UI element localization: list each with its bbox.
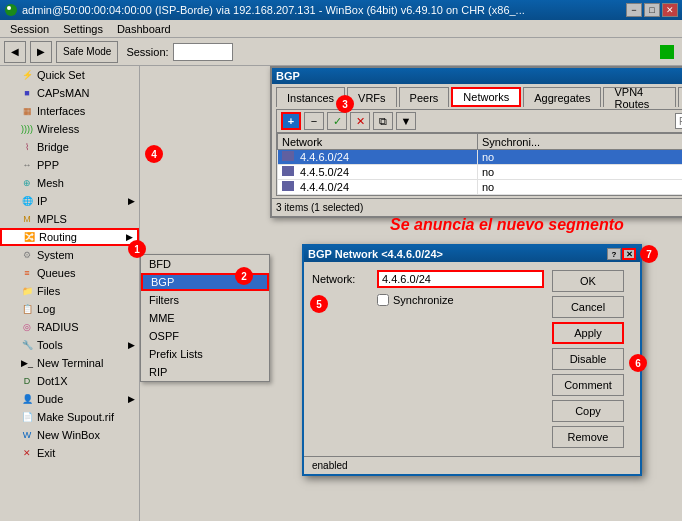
dialog-help-btn[interactable]: ? (607, 248, 621, 260)
sync-cell-2: no (478, 180, 683, 195)
sidebar-item-files[interactable]: 📁 Files (0, 282, 139, 300)
annotation-1: 1 (128, 240, 146, 258)
row-icon-0 (282, 151, 294, 161)
sidebar-label-exit: Exit (37, 447, 55, 459)
sidebar-label-routing: Routing (39, 231, 77, 243)
sidebar-item-interfaces[interactable]: ▦ Interfaces (0, 102, 139, 120)
sidebar-item-exit[interactable]: ✕ Exit (0, 444, 139, 462)
copy-table-btn[interactable]: ⧉ (373, 112, 393, 130)
submenu-item-prefix-lists[interactable]: Prefix Lists (141, 345, 269, 363)
add-btn[interactable]: + (281, 112, 301, 130)
quick-set-icon: ⚡ (20, 69, 34, 81)
disable-btn[interactable]: ✕ (350, 112, 370, 130)
search-box: ▼ (675, 113, 682, 129)
status-text: 3 items (1 selected) (276, 202, 363, 213)
sidebar-item-tools[interactable]: 🔧 Tools ▶ (0, 336, 139, 354)
remove-btn[interactable]: − (304, 112, 324, 130)
table-row[interactable]: 4.4.4.0/24 no (278, 180, 683, 195)
sidebar-item-make-supout[interactable]: 📄 Make Supout.rif (0, 408, 139, 426)
capsman-icon: ■ (20, 87, 34, 99)
content-area: BFD BGP Filters MME OSPF Prefix Lists RI… (140, 66, 682, 521)
sidebar-item-dot1x[interactable]: D Dot1X (0, 372, 139, 390)
table-area: + − ✓ ✕ ⧉ ▼ (276, 109, 682, 196)
search-input[interactable] (675, 113, 682, 129)
submenu-item-rip[interactable]: RIP (141, 363, 269, 381)
sidebar-label-ppp: PPP (37, 159, 59, 171)
sidebar-label-bridge: Bridge (37, 141, 69, 153)
forward-btn[interactable]: ▶ (30, 41, 52, 63)
enable-btn[interactable]: ✓ (327, 112, 347, 130)
bgp-status-bar: 3 items (1 selected) (272, 198, 682, 216)
menu-settings[interactable]: Settings (57, 22, 109, 36)
tab-aggregates[interactable]: Aggregates (523, 87, 601, 107)
row-icon-2 (282, 181, 294, 191)
network-label: Network: (312, 273, 377, 285)
session-input[interactable] (173, 43, 233, 61)
sidebar-item-wireless[interactable]: )))) Wireless (0, 120, 139, 138)
sidebar-item-ppp[interactable]: ↔ PPP (0, 156, 139, 174)
sidebar-label-files: Files (37, 285, 60, 297)
submenu-item-filters[interactable]: Filters (141, 291, 269, 309)
ok-btn[interactable]: OK (552, 270, 624, 292)
table-toolbar: + − ✓ ✕ ⧉ ▼ (277, 110, 682, 133)
dude-icon: 👤 (20, 393, 34, 405)
submenu-item-mme[interactable]: MME (141, 309, 269, 327)
dialog-status-bar: enabled (304, 456, 640, 474)
dialog-title: BGP Network <4.4.6.0/24> (308, 248, 606, 260)
tools-icon: 🔧 (20, 339, 34, 351)
radius-icon: ◎ (20, 321, 34, 333)
dialog-close-btn[interactable]: ✕ (622, 248, 636, 260)
add-icon: + (288, 115, 294, 127)
sidebar-item-bridge[interactable]: ⌇ Bridge (0, 138, 139, 156)
tab-networks[interactable]: Networks (451, 87, 521, 107)
network-input[interactable] (377, 270, 544, 288)
sidebar-item-log[interactable]: 📋 Log (0, 300, 139, 318)
filter-icon: ▼ (401, 115, 412, 127)
svg-point-1 (7, 6, 11, 10)
table-row[interactable]: 4.4.6.0/24 no (278, 150, 683, 165)
close-btn[interactable]: ✕ (662, 3, 678, 17)
sidebar-item-capsman[interactable]: ■ CAPsMAN (0, 84, 139, 102)
sidebar-label-make-supout: Make Supout.rif (37, 411, 114, 423)
sidebar-item-queues[interactable]: ≡ Queues (0, 264, 139, 282)
comment-btn[interactable]: Comment (552, 374, 624, 396)
remove-btn[interactable]: Remove (552, 426, 624, 448)
sidebar-item-new-terminal[interactable]: ▶_ New Terminal (0, 354, 139, 372)
filter-btn[interactable]: ▼ (396, 112, 416, 130)
annotation-6: 6 (629, 354, 647, 372)
copy-btn[interactable]: Copy (552, 400, 624, 422)
tab-instances[interactable]: Instances (276, 87, 345, 107)
annotation-3: 3 (336, 95, 354, 113)
tab-peers[interactable]: Peers (399, 87, 450, 107)
table-row[interactable]: 4.4.5.0/24 no (278, 165, 683, 180)
app-icon (4, 3, 18, 17)
window-controls: − □ ✕ (626, 3, 678, 17)
submenu-item-ospf[interactable]: OSPF (141, 327, 269, 345)
maximize-btn[interactable]: □ (644, 3, 660, 17)
synchronize-checkbox[interactable] (377, 294, 389, 306)
tab-vpn4-routes[interactable]: VPN4 Routes (603, 87, 676, 107)
safe-mode-btn[interactable]: Safe Mode (56, 41, 118, 63)
minimize-btn[interactable]: − (626, 3, 642, 17)
sidebar-item-ip[interactable]: 🌐 IP ▶ (0, 192, 139, 210)
sidebar-item-new-winbox[interactable]: W New WinBox (0, 426, 139, 444)
menu-dashboard[interactable]: Dashboard (111, 22, 177, 36)
sidebar-label-interfaces: Interfaces (37, 105, 85, 117)
menu-session[interactable]: Session (4, 22, 55, 36)
sidebar-item-system[interactable]: ⚙ System (0, 246, 139, 264)
back-btn[interactable]: ◀ (4, 41, 26, 63)
tab-advertisements[interactable]: Advertisements (678, 87, 682, 107)
sidebar-item-mpls[interactable]: M MPLS (0, 210, 139, 228)
cancel-btn[interactable]: Cancel (552, 296, 624, 318)
sidebar-item-dude[interactable]: 👤 Dude ▶ (0, 390, 139, 408)
apply-btn[interactable]: Apply (552, 322, 624, 344)
sidebar-item-mesh[interactable]: ⊕ Mesh (0, 174, 139, 192)
mesh-icon: ⊕ (20, 177, 34, 189)
sidebar-label-wireless: Wireless (37, 123, 79, 135)
sidebar-item-quick-set[interactable]: ⚡ Quick Set (0, 66, 139, 84)
disable-btn[interactable]: Disable (552, 348, 624, 370)
sidebar-item-radius[interactable]: ◎ RADIUS (0, 318, 139, 336)
sidebar-item-routing[interactable]: 🔀 Routing ▶ (0, 228, 139, 246)
tab-vrfs[interactable]: VRFs (347, 87, 397, 107)
remove-icon: − (311, 115, 317, 127)
